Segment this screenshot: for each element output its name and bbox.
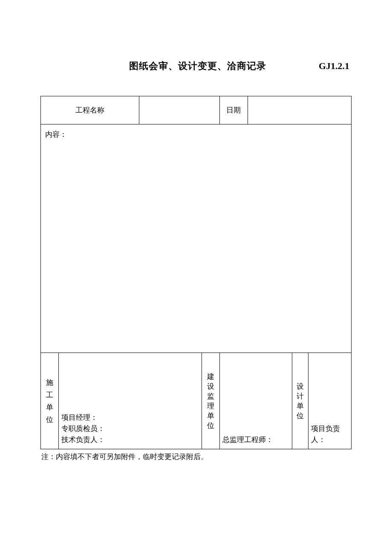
footer-note: 注：内容填不下者可另加附件，临时变更记录附后。 [40, 452, 352, 462]
header: 图纸会审、设计变更、洽商记录 GJ1.2.1 [40, 60, 352, 72]
form-title: 图纸会审、设计变更、洽商记录 [43, 60, 319, 72]
chief-supervisor-line: 总监理工程师： [222, 434, 289, 445]
design-unit-signatures: 项目负责人： [308, 353, 352, 449]
date-label: 日期 [219, 96, 248, 124]
row-project-date: 工程名称 日期 [41, 96, 352, 124]
construction-unit-signatures: 项目经理： 专职质检员： 技术负责人： [59, 353, 202, 449]
form-page: 图纸会审、设计变更、洽商记录 GJ1.2.1 工程名称 日期 内容： 施 工 单… [0, 0, 392, 462]
construction-unit-label: 施 工 单 位 [41, 353, 59, 449]
supervision-unit-signatures: 总监理工程师： [219, 353, 292, 449]
content-label: 内容： [45, 130, 67, 139]
project-manager-line: 项目经理： [61, 412, 199, 423]
design-unit-label: 设 计 单 位 [292, 353, 308, 449]
supervision-unit-label: 建 设 监 理 单 位 [202, 353, 219, 449]
date-value [248, 96, 351, 124]
quality-inspector-line: 专职质检员： [61, 423, 199, 434]
form-table: 工程名称 日期 内容： 施 工 单 位 项目经理： 专职质检员： 技术负责 [40, 96, 352, 449]
form-code: GJ1.2.1 [319, 61, 349, 72]
content-cell: 内容： [41, 124, 352, 353]
row-content: 内容： [41, 124, 352, 353]
project-name-value [139, 96, 219, 124]
project-leader-line: 项目负责人： [311, 423, 349, 445]
tech-lead-line: 技术负责人： [61, 434, 199, 445]
row-signatures: 施 工 单 位 项目经理： 专职质检员： 技术负责人： 建 设 监 理 单 位 [41, 353, 352, 449]
project-name-label: 工程名称 [41, 96, 139, 124]
